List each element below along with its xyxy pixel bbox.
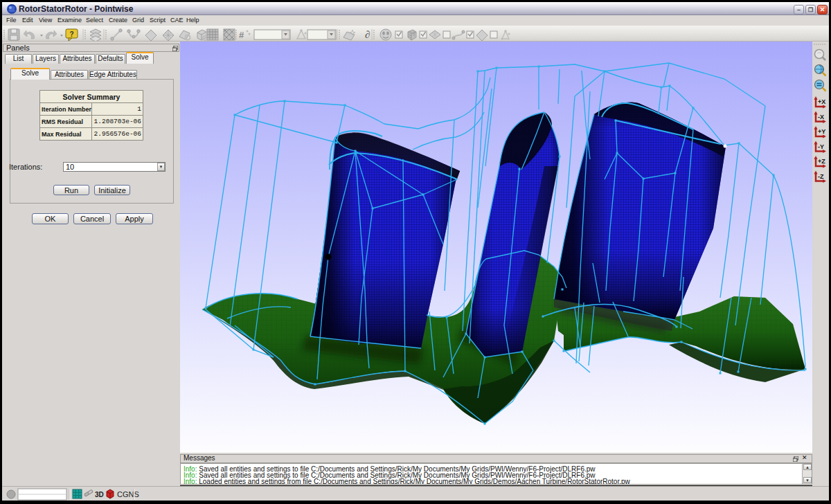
svg-text:+Z: +Z [818,158,825,165]
svg-text:+Y: +Y [818,128,825,135]
svg-text:CGNS: CGNS [117,490,139,498]
svg-text:3D: 3D [95,491,104,498]
svg-text:#: # [239,30,244,40]
svg-text:+X: +X [818,98,825,105]
svg-text:?: ? [69,30,73,38]
svg-text:∂: ∂ [365,29,370,40]
svg-text:-Y: -Y [818,143,824,150]
svg-text:-Z: -Z [818,173,824,180]
svg-text:-X: -X [818,114,824,120]
